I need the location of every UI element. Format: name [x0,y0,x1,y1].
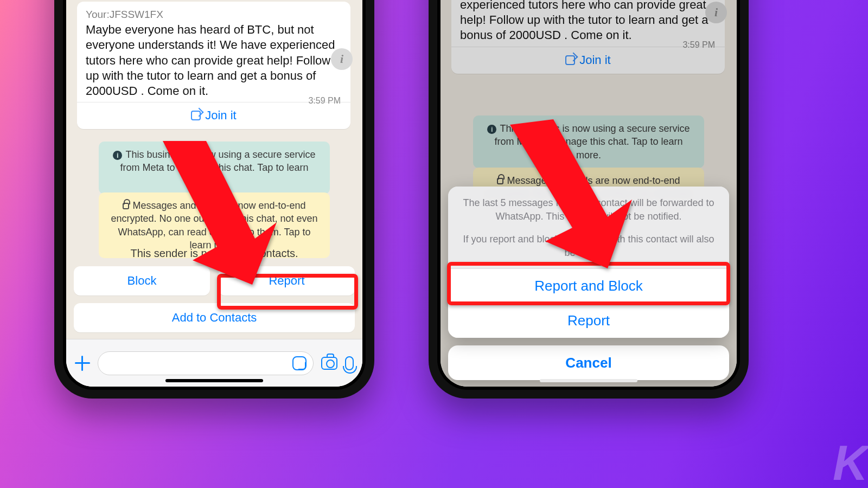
message-time: 3:59 PM [308,95,341,106]
info-icon[interactable]: i [331,48,353,70]
report-action-sheet: The last 5 messages from this contact wi… [448,187,729,380]
info-badge-icon: i [113,151,122,160]
message-input[interactable] [98,351,314,375]
report-only-label: Report [567,312,610,329]
message-code: Your:JFSSW1FX [86,8,342,21]
cancel-label: Cancel [565,355,611,371]
message-body: Maybe everyone has heard of BTC, but not… [86,22,342,99]
attach-plus-icon[interactable] [75,356,90,371]
camera-icon[interactable] [321,357,337,370]
report-label: Report [269,274,304,288]
report-button[interactable]: Report [219,266,355,296]
add-label: Add to Contacts [172,311,257,325]
secure-service-text: This business is now using a secure serv… [120,149,316,187]
incoming-message[interactable]: Your:JFSSW1FX Maybe everyone has heard o… [77,2,350,129]
home-indicator [540,379,637,382]
external-link-icon [191,111,201,120]
tutorial-stage: Your:JFSSW1FX Maybe everyone has heard o… [0,0,868,488]
device-right: but not everyone understands it! We have… [429,0,749,399]
report-and-block-button[interactable]: Report and Block [448,268,729,303]
join-label: Join it [205,108,236,123]
cancel-button[interactable]: Cancel [448,345,729,380]
screen-left: Your:JFSSW1FX Maybe everyone has heard o… [66,0,362,387]
lock-icon [123,203,129,209]
sheet-message-2: If you report and block, your chat with … [448,227,729,268]
add-to-contacts-button[interactable]: Add to Contacts [74,303,355,332]
sheet-message-1: The last 5 messages from this contact wi… [448,187,729,227]
block-label: Block [127,274,157,288]
action-sheet-group: The last 5 messages from this contact wi… [448,187,729,338]
unknown-sender-title: This sender is not in your contacts. [74,247,355,260]
screen-right: but not everyone understands it! We have… [441,0,737,387]
device-left: Your:JFSSW1FX Maybe everyone has heard o… [54,0,374,399]
report-only-button[interactable]: Report [448,303,729,338]
watermark: K [833,435,865,488]
unknown-sender-card: This sender is not in your contacts. Blo… [66,240,362,339]
block-button[interactable]: Block [74,266,210,296]
sticker-icon[interactable] [292,356,307,370]
report-and-block-label: Report and Block [534,278,642,294]
mic-icon[interactable] [345,356,354,370]
home-indicator [165,379,263,382]
secure-service-banner[interactable]: iThis business is now using a secure ser… [99,142,330,194]
